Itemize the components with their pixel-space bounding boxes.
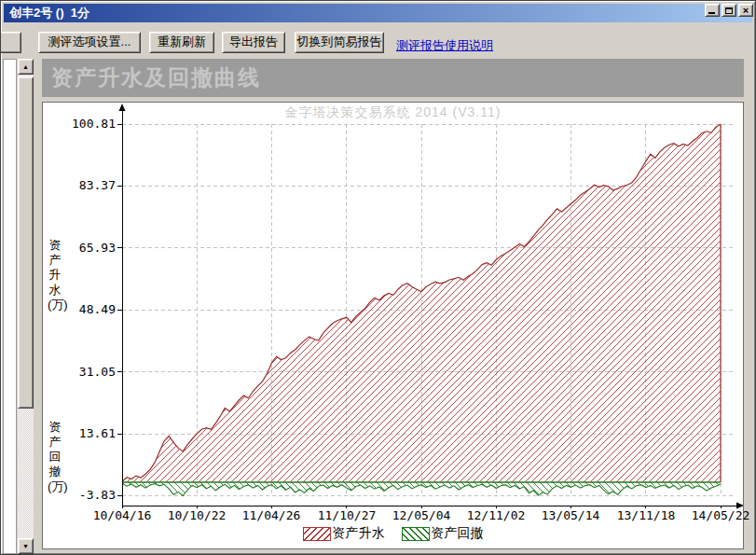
report-help-link[interactable]: 测评报告使用说明 — [396, 37, 493, 54]
legend-item-premium: 资产升水 — [303, 525, 385, 542]
app-window: 创丰2号 () 1分 × 测评选项设置... 重新刷新 导出报告 切换到简易报告… — [0, 0, 756, 555]
legend-label: 资产升水 — [333, 525, 385, 542]
red-hatch-swatch-icon — [303, 527, 331, 541]
scroll-up-icon: ▲ — [22, 63, 29, 70]
scroll-down-button[interactable]: ▼ — [18, 538, 34, 554]
x-tick-label: 10/10/22 — [164, 508, 229, 522]
y-tick-label: 100.81 — [50, 117, 116, 131]
legend-label: 资产回撤 — [432, 525, 484, 542]
maximize-button[interactable] — [722, 4, 736, 17]
y-axis-title-upper: 资产升水(万) — [48, 238, 62, 312]
export-report-button[interactable]: 导出报告 — [222, 32, 285, 53]
x-tick-label: 11/04/26 — [239, 508, 304, 522]
green-hatch-swatch-icon — [402, 527, 430, 541]
window-controls: × — [705, 4, 753, 17]
evaluation-settings-button[interactable]: 测评选项设置... — [38, 32, 141, 53]
y-tick-label: 83.37 — [50, 178, 116, 192]
report-side-panel — [3, 59, 17, 554]
scroll-down-icon: ▼ — [22, 543, 29, 549]
x-tick-label: 13/11/18 — [613, 508, 679, 522]
chart-legend: 资产升水 资产回撤 — [303, 525, 484, 542]
switch-simple-report-button[interactable]: 切换到简易报告 — [295, 32, 384, 53]
refresh-button[interactable]: 重新刷新 — [149, 32, 214, 53]
legend-item-drawdown: 资产回撤 — [402, 525, 484, 542]
x-tick-label: 12/05/04 — [389, 508, 454, 522]
vertical-scrollbar[interactable]: ▲ ▼ — [18, 59, 34, 554]
y-tick-label: 31.05 — [50, 365, 116, 379]
x-tick-label: 10/04/16 — [89, 508, 155, 522]
y-axis-title-lower: 资产回撤(万) — [48, 420, 62, 494]
scroll-up-button[interactable]: ▲ — [18, 59, 34, 75]
partial-toolbar-button[interactable] — [0, 32, 21, 53]
x-tick-label: 13/05/14 — [538, 508, 603, 522]
x-tick-label: 11/10/27 — [314, 508, 379, 522]
close-icon: × — [743, 6, 749, 15]
minimize-icon — [708, 12, 715, 14]
section-title: 资产升水及回撤曲线 — [42, 59, 744, 97]
close-button[interactable]: × — [738, 4, 753, 17]
titlebar[interactable]: 创丰2号 () 1分 — [4, 4, 752, 22]
chart-area: 金字塔决策交易系统 2014 (V3.11) 100.81 83.37 65.9… — [42, 102, 744, 549]
minimize-button[interactable] — [705, 4, 720, 17]
x-tick-label: 12/11/02 — [463, 508, 529, 522]
window-title: 创丰2号 () 1分 — [9, 5, 89, 21]
scrollbar-thumb[interactable] — [18, 76, 34, 409]
maximize-icon — [725, 7, 733, 14]
plot-svg — [43, 103, 743, 548]
x-tick-label: 14/05/22 — [688, 508, 753, 522]
y-axis-arrow — [119, 104, 126, 111]
